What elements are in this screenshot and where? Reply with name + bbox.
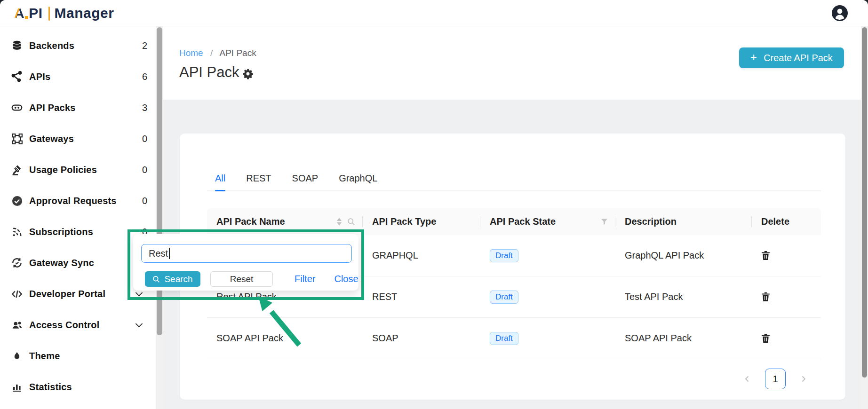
pagination: 1 — [743, 369, 807, 389]
type-tabs: All REST SOAP GraphQL — [207, 167, 821, 191]
pointer-arrow-annotation — [251, 290, 312, 351]
chevron-down-icon — [135, 320, 143, 328]
logo-orange-dot — [25, 16, 28, 19]
gateway-icon — [11, 133, 23, 145]
user-avatar-icon[interactable] — [831, 5, 848, 22]
trash-icon[interactable] — [761, 292, 770, 302]
page-title: API Pack — [179, 64, 239, 81]
trash-icon[interactable] — [761, 251, 770, 260]
sidebar-item-label: API Packs — [29, 102, 76, 113]
sidebar-item-count: 0 — [142, 165, 147, 175]
sidebar-item-label: Backends — [29, 40, 74, 51]
code-icon — [11, 288, 23, 300]
column-search-icon[interactable] — [347, 218, 355, 226]
page-number-button[interactable]: 1 — [765, 369, 786, 389]
breadcrumb: Home / API Pack — [179, 48, 256, 58]
name-filter-popup: Rest Search Reset Filter Close — [133, 234, 358, 291]
tab-all[interactable]: All — [215, 167, 225, 190]
sync-icon — [11, 257, 23, 269]
sidebar-item-gateways[interactable]: Gateways 0 — [0, 123, 156, 154]
breadcrumb-separator: / — [210, 48, 213, 58]
sidebar-nav: Backends 2 APIs 6 API Packs 3 Gateways 0… — [0, 26, 156, 409]
cell-delete — [752, 292, 821, 302]
api-manager-app: API Manager Backends 2 APIs 6 API Packs … — [0, 0, 868, 409]
database-icon — [11, 39, 23, 52]
tab-rest[interactable]: REST — [246, 167, 271, 190]
tab-graphql[interactable]: GraphQL — [339, 167, 377, 190]
api-share-icon — [11, 71, 23, 83]
sidebar-item-backends[interactable]: Backends 2 — [0, 30, 156, 61]
top-header: API Manager — [0, 0, 868, 26]
name-filter-input[interactable]: Rest — [141, 244, 352, 263]
sort-icon[interactable] — [337, 218, 342, 226]
sidebar-item-label: Gateways — [29, 134, 74, 144]
sidebar-scrollbar-track — [156, 26, 163, 409]
sidebar-item-count: 2 — [142, 40, 147, 51]
sidebar-item-theme[interactable]: Theme — [0, 340, 156, 371]
cell-type: REST — [363, 291, 480, 302]
cell-delete — [752, 333, 821, 343]
gear-icon[interactable] — [242, 68, 254, 79]
breadcrumb-home-link[interactable]: Home — [179, 48, 203, 58]
sidebar-item-label: APIs — [29, 71, 50, 82]
sidebar-item-access-control[interactable]: Access Control — [0, 309, 156, 340]
sidebar-item-approval-requests[interactable]: Approval Requests 0 — [0, 185, 156, 216]
reset-button[interactable]: Reset — [210, 271, 273, 287]
previous-page-icon[interactable] — [743, 375, 751, 383]
sidebar-item-label: Developer Portal — [29, 289, 105, 299]
sidebar-item-count: 3 — [142, 102, 147, 113]
breadcrumb-current: API Pack — [219, 48, 256, 58]
active-tab-underline — [215, 190, 225, 191]
cell-description: Test API Pack — [615, 291, 752, 302]
cell-delete — [752, 251, 821, 260]
cell-description: GraphQL API Pack — [615, 250, 752, 261]
create-button-label: Create API Pack — [764, 53, 833, 63]
users-icon — [11, 319, 23, 331]
close-link[interactable]: Close — [334, 274, 358, 284]
status-badge: Draft — [490, 291, 518, 304]
droplet-icon — [11, 350, 23, 362]
sidebar-item-apis[interactable]: APIs 6 — [0, 61, 156, 92]
logo-pi: PI — [29, 5, 42, 21]
sidebar-item-label: Usage Policies — [29, 165, 97, 175]
column-header-state: API Pack State — [480, 208, 615, 235]
sidebar-item-count: 6 — [142, 71, 147, 82]
column-header-type: API Pack Type — [363, 208, 480, 235]
search-button[interactable]: Search — [145, 271, 200, 287]
cell-description: SOAP API Pack — [615, 333, 752, 344]
tab-soap[interactable]: SOAP — [292, 167, 319, 190]
logo-divider — [48, 7, 50, 21]
sidebar-item-label: Access Control — [29, 320, 100, 330]
cell-state: Draft — [480, 291, 615, 304]
sidebar-item-count: 0 — [142, 134, 147, 144]
filter-input-value: Rest — [149, 248, 168, 259]
sidebar-item-api-packs[interactable]: API Packs 3 — [0, 92, 156, 123]
rss-icon — [11, 226, 23, 238]
next-page-icon[interactable] — [800, 375, 807, 383]
status-badge: Draft — [490, 332, 518, 345]
bar-chart-icon — [11, 381, 23, 393]
cell-type: SOAP — [363, 333, 480, 344]
sidebar-item-label: Subscriptions — [29, 227, 93, 237]
page-scrollbar-thumb[interactable] — [862, 27, 867, 378]
page-title-row: API Pack — [179, 64, 254, 81]
create-api-pack-button[interactable]: + Create API Pack — [739, 47, 844, 68]
sidebar-item-label: Statistics — [29, 382, 72, 393]
sidebar-item-label: Theme — [29, 351, 60, 362]
gavel-icon — [11, 164, 23, 176]
filter-link[interactable]: Filter — [295, 274, 315, 284]
sidebar-item-label: Approval Requests — [29, 196, 117, 206]
page-scrollbar-track — [861, 26, 868, 409]
sidebar-item-label: Gateway Sync — [29, 258, 94, 268]
cell-state: Draft — [480, 332, 615, 345]
sidebar-item-count: 0 — [142, 196, 147, 206]
highlight-annotation-box: Rest Search Reset Filter Close — [127, 229, 364, 300]
filter-funnel-icon[interactable] — [601, 218, 608, 225]
filter-popup-actions: Search Reset Filter Close — [145, 271, 358, 287]
column-header-delete: Delete — [752, 208, 821, 235]
trash-icon[interactable] — [761, 333, 770, 343]
check-circle-icon — [11, 195, 23, 207]
sidebar-item-statistics[interactable]: Statistics — [0, 371, 156, 402]
app-logo: API Manager — [14, 5, 114, 21]
sidebar-item-usage-policies[interactable]: Usage Policies 0 — [0, 154, 156, 185]
